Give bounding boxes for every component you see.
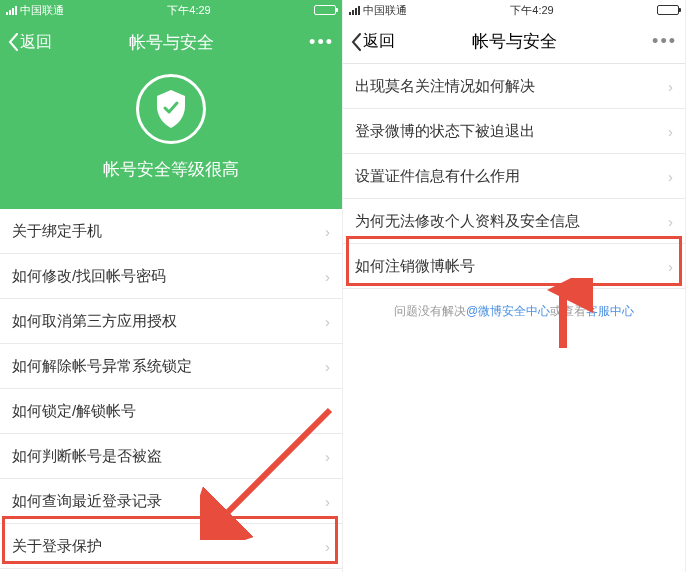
nav-bar: 返回 帐号与安全 ••• [0, 20, 342, 64]
chevron-right-icon: › [668, 123, 673, 140]
item-label: 如何锁定/解锁帐号 [12, 402, 136, 421]
list-item[interactable]: 如何取消第三方应用授权› [0, 299, 342, 344]
list-item[interactable]: 如何解除帐号异常系统锁定› [0, 344, 342, 389]
carrier-label: 中国联通 [20, 3, 64, 18]
time-label: 下午4:29 [510, 3, 553, 18]
footer-t1: 问题没有解决 [394, 304, 466, 318]
item-label: 关于绑定手机 [12, 222, 102, 241]
security-level-text: 帐号安全等级很高 [0, 158, 342, 181]
settings-list: 出现莫名关注情况如何解决› 登录微博的状态下被迫退出› 设置证件信息有什么作用›… [343, 64, 685, 289]
nav-bar: 返回 帐号与安全 ••• [343, 20, 685, 64]
item-label: 登录微博的状态下被迫退出 [355, 122, 535, 141]
chevron-left-icon [351, 33, 361, 51]
chevron-right-icon: › [325, 313, 330, 330]
more-button[interactable]: ••• [309, 32, 334, 53]
item-label: 如何判断帐号是否被盗 [12, 447, 162, 466]
footer-help-text: 问题没有解决@微博安全中心或查看客服中心 [343, 289, 685, 334]
chevron-right-icon: › [325, 538, 330, 555]
footer-t2: 或查看 [550, 304, 586, 318]
list-item[interactable]: 如何锁定/解锁帐号› [0, 389, 342, 434]
back-label: 返回 [363, 31, 395, 52]
chevron-right-icon: › [668, 168, 673, 185]
item-label: 如何修改/找回帐号密码 [12, 267, 166, 286]
shield-icon [136, 74, 206, 144]
chevron-right-icon: › [325, 223, 330, 240]
signal-icon [349, 6, 360, 15]
battery-icon [314, 5, 336, 15]
list-item-delete-account[interactable]: 如何注销微博帐号› [343, 244, 685, 289]
item-label: 如何查询最近登录记录 [12, 492, 162, 511]
more-button[interactable]: ••• [652, 31, 677, 52]
item-label: 出现莫名关注情况如何解决 [355, 77, 535, 96]
back-label: 返回 [20, 32, 52, 53]
chevron-right-icon: › [668, 78, 673, 95]
chevron-right-icon: › [668, 213, 673, 230]
list-item[interactable]: 设置证件信息有什么作用› [343, 154, 685, 199]
chevron-left-icon [8, 33, 18, 51]
status-bar: 中国联通 下午4:29 [0, 0, 342, 20]
list-item[interactable]: 如何修改/找回帐号密码› [0, 254, 342, 299]
chevron-right-icon: › [325, 493, 330, 510]
list-item[interactable]: 如何查询最近登录记录› [0, 479, 342, 524]
chevron-right-icon: › [325, 358, 330, 375]
battery-icon [657, 5, 679, 15]
chevron-right-icon: › [325, 448, 330, 465]
item-label: 关于登录保护 [12, 537, 102, 556]
chevron-right-icon: › [325, 403, 330, 420]
list-item[interactable]: 登录微博的状态下被迫退出› [343, 109, 685, 154]
item-label: 为何无法修改个人资料及安全信息 [355, 212, 580, 231]
service-center-link[interactable]: 客服中心 [586, 304, 634, 318]
weibo-security-link[interactable]: @微博安全中心 [466, 304, 550, 318]
item-label: 如何解除帐号异常系统锁定 [12, 357, 192, 376]
list-item[interactable]: 出现莫名关注情况如何解决› [343, 64, 685, 109]
list-item[interactable]: 关于绑定手机› [0, 209, 342, 254]
list-item[interactable]: 如何判断帐号是否被盗› [0, 434, 342, 479]
time-label: 下午4:29 [167, 3, 210, 18]
item-label: 如何取消第三方应用授权 [12, 312, 177, 331]
security-hero: 帐号安全等级很高 [0, 64, 342, 209]
back-button[interactable]: 返回 [351, 31, 395, 52]
status-bar: 中国联通 下午4:29 [343, 0, 685, 20]
back-button[interactable]: 返回 [8, 32, 52, 53]
left-screenshot: 中国联通 下午4:29 返回 帐号与安全 ••• 帐号安全等级很高 关于绑定手机… [0, 0, 343, 572]
item-label: 设置证件信息有什么作用 [355, 167, 520, 186]
chevron-right-icon: › [668, 258, 673, 275]
list-item[interactable]: 为何无法修改个人资料及安全信息› [343, 199, 685, 244]
right-screenshot: 中国联通 下午4:29 返回 帐号与安全 ••• 出现莫名关注情况如何解决› 登… [343, 0, 686, 572]
chevron-right-icon: › [325, 268, 330, 285]
signal-icon [6, 6, 17, 15]
carrier-label: 中国联通 [363, 3, 407, 18]
list-item[interactable]: 关于登录保护› [0, 524, 342, 569]
item-label: 如何注销微博帐号 [355, 257, 475, 276]
settings-list: 关于绑定手机› 如何修改/找回帐号密码› 如何取消第三方应用授权› 如何解除帐号… [0, 209, 342, 572]
